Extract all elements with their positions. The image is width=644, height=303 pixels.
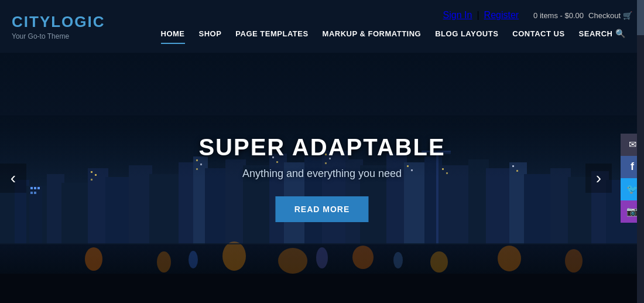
svg-rect-29 [524, 174, 553, 244]
svg-rect-72 [0, 243, 644, 244]
svg-rect-27 [486, 168, 512, 244]
nav-home[interactable]: HOME [154, 25, 192, 43]
svg-point-71 [393, 252, 403, 268]
svg-point-62 [157, 251, 171, 273]
nav-blog-layouts[interactable]: BLOG LAYOUTS [428, 25, 505, 43]
checkout-link[interactable]: Checkout 🛒 [588, 11, 632, 20]
svg-rect-52 [30, 187, 33, 189]
hero-section: ‹ SUPER ADAPTABLE Anything and everythin… [0, 53, 644, 303]
svg-point-61 [85, 247, 102, 271]
nav-shop[interactable]: SHOP [192, 25, 229, 43]
prev-chevron-icon: ‹ [11, 169, 16, 188]
register-link[interactable]: Register [484, 10, 519, 21]
next-arrow-button[interactable]: › [585, 164, 612, 193]
site-logo[interactable]: CITYLOGIC [12, 13, 105, 31]
cart-price: $0.00 [565, 11, 584, 20]
main-nav: HOME SHOP PAGE TEMPLATES MARKUP & FORMAT… [154, 24, 632, 43]
logo-area: CITYLOGIC Your Go-to Theme [12, 13, 105, 40]
sign-in-link[interactable]: Sign In [443, 10, 472, 21]
hero-content: SUPER ADAPTABLE Anything and everything … [198, 134, 445, 222]
cart-count: 0 items [533, 11, 558, 20]
site-tagline: Your Go-to Theme [12, 32, 105, 40]
read-more-button[interactable]: READ MORE [276, 196, 369, 222]
top-bar: Sign In | Register 0 items - $0.00 Check… [443, 10, 632, 21]
svg-rect-36 [91, 179, 93, 181]
nav-search[interactable]: SEARCH 🔍 [572, 24, 632, 43]
instagram-icon: 📷 [626, 206, 638, 217]
nav-contact-us[interactable]: CONTACT US [505, 25, 571, 43]
svg-point-67 [498, 246, 521, 271]
svg-rect-10 [149, 174, 181, 244]
svg-rect-30 [550, 168, 571, 244]
cart-icon: 🛒 [623, 11, 632, 20]
nav-page-templates[interactable]: PAGE TEMPLATES [228, 25, 315, 43]
hero-title: SUPER ADAPTABLE [198, 134, 445, 161]
svg-point-64 [278, 248, 307, 274]
scrollbar-thumb[interactable] [637, 0, 644, 35]
svg-rect-56 [34, 192, 36, 194]
cart-dash: - [560, 11, 565, 20]
svg-rect-55 [30, 192, 33, 194]
svg-rect-53 [34, 187, 36, 189]
twitter-icon: 🐦 [626, 183, 638, 195]
cart-info: 0 items - $0.00 [533, 11, 584, 20]
hero-subtitle: Anything and everything you need [198, 168, 445, 180]
email-icon: ✉ [629, 139, 636, 150]
checkout-label: Checkout [588, 11, 621, 20]
search-icon: 🔍 [615, 29, 626, 38]
svg-point-70 [316, 247, 328, 268]
svg-rect-73 [0, 274, 644, 303]
header-right: Sign In | Register 0 items - $0.00 Check… [154, 10, 632, 43]
next-chevron-icon: › [596, 169, 601, 188]
facebook-icon: f [631, 161, 634, 173]
nav-markup-formatting[interactable]: MARKUP & FORMATTING [316, 25, 429, 43]
svg-rect-51 [29, 186, 42, 244]
prev-arrow-button[interactable]: ‹ [0, 164, 26, 193]
svg-rect-8 [105, 177, 132, 244]
svg-rect-54 [37, 187, 40, 189]
svg-point-63 [222, 241, 246, 271]
svg-point-68 [565, 249, 583, 273]
svg-rect-6 [61, 183, 91, 244]
separator: | [477, 10, 479, 21]
svg-point-66 [430, 251, 448, 273]
header: CITYLOGIC Your Go-to Theme Sign In | Reg… [0, 0, 644, 53]
search-label: SEARCH [579, 29, 613, 38]
svg-point-69 [189, 251, 198, 268]
scrollbar[interactable] [637, 0, 644, 303]
svg-point-65 [352, 246, 374, 269]
